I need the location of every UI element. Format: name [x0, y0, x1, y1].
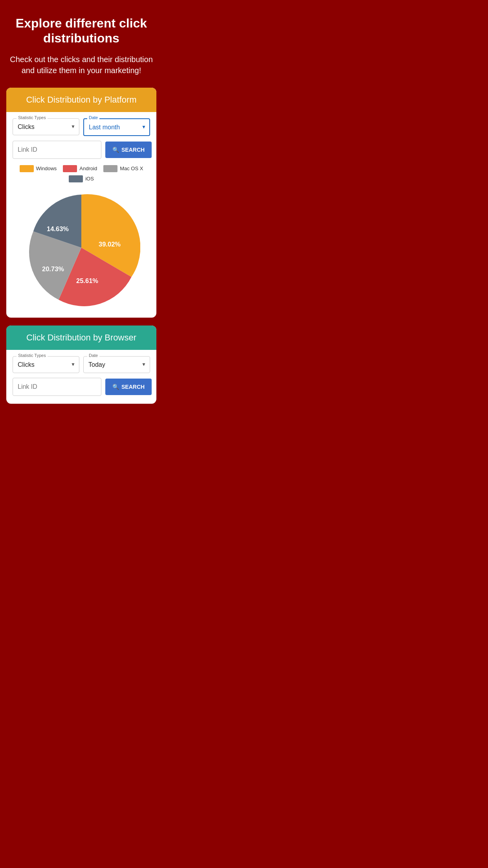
browser-card-title: Click Distribution by Browser [26, 333, 136, 342]
label-macosx: 20.73% [42, 265, 64, 272]
browser-date-wrapper: Date Today Last month This week ▼ [83, 356, 150, 373]
platform-pie-chart: 39.02% 25.61% 20.73% 14.63% [22, 189, 140, 307]
browser-search-icon: 🔍 [112, 384, 119, 390]
browser-statistic-types-label: Statistic Types [17, 353, 48, 358]
browser-card-header: Click Distribution by Browser [6, 326, 156, 350]
legend-windows-color [20, 165, 34, 172]
pie-legend: Windows Android Mac OS X iOS [6, 159, 156, 182]
header-subtitle: Check out the clicks and their distribut… [9, 54, 153, 76]
browser-search-label: SEARCH [121, 384, 145, 390]
browser-statistic-types-wrapper: Statistic Types Clicks ▼ [13, 356, 79, 373]
browser-statistic-types-select[interactable]: Clicks [13, 356, 79, 373]
platform-card-header: Click Distribution by Platform [6, 88, 156, 112]
platform-card-title: Click Distribution by Platform [26, 95, 136, 105]
header: Explore different click distributions Ch… [0, 0, 163, 88]
browser-date-label: Date [87, 353, 99, 358]
search-label: SEARCH [121, 147, 145, 153]
date-select[interactable]: Last month Today This week [83, 118, 150, 136]
link-id-input[interactable] [13, 141, 101, 159]
legend-ios: iOS [69, 175, 94, 182]
platform-card: Click Distribution by Platform Statistic… [6, 88, 156, 318]
browser-link-id-input[interactable] [13, 378, 101, 396]
legend-windows-label: Windows [36, 166, 57, 171]
date-label: Date [87, 115, 99, 120]
label-ios: 14.63% [47, 225, 69, 232]
legend-android: Android [63, 165, 97, 172]
date-wrapper: Date Last month Today This week ▼ [83, 118, 150, 136]
legend-macosx: Mac OS X [103, 165, 143, 172]
legend-windows: Windows [20, 165, 57, 172]
legend-ios-color [69, 175, 83, 182]
browser-card: Click Distribution by Browser Statistic … [6, 326, 156, 404]
header-title: Explore different click distributions [9, 16, 153, 46]
label-android: 25.61% [76, 277, 98, 284]
legend-ios-label: iOS [85, 176, 94, 182]
legend-android-color [63, 165, 77, 172]
statistic-types-select[interactable]: Clicks [13, 118, 79, 135]
browser-date-select[interactable]: Today Last month This week [83, 356, 150, 373]
statistic-types-label: Statistic Types [17, 115, 48, 120]
legend-android-label: Android [79, 166, 97, 171]
label-windows: 39.02% [99, 241, 121, 248]
legend-macosx-label: Mac OS X [120, 166, 143, 171]
pie-chart-container: 39.02% 25.61% 20.73% 14.63% [6, 182, 156, 310]
statistic-types-wrapper: Statistic Types Clicks ▼ [13, 118, 79, 135]
search-icon: 🔍 [112, 147, 119, 153]
search-button[interactable]: 🔍 SEARCH [105, 142, 152, 158]
legend-macosx-color [103, 165, 117, 172]
browser-search-button[interactable]: 🔍 SEARCH [105, 379, 152, 395]
